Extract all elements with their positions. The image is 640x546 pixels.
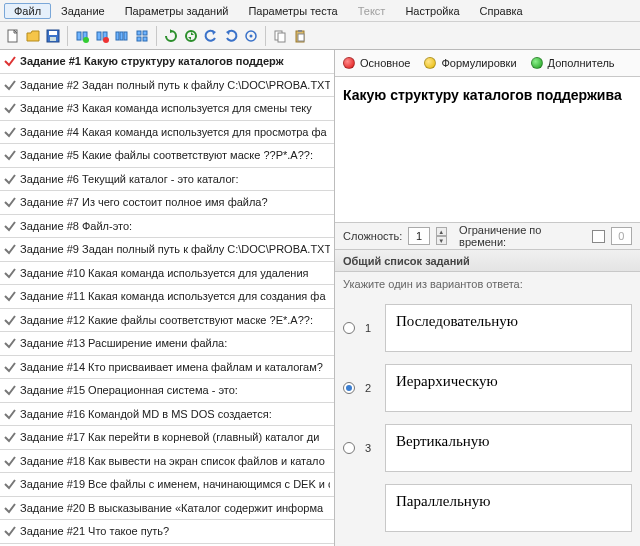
svg-rect-2 [49,31,57,35]
difficulty-value[interactable]: 1 [408,227,429,245]
svg-rect-14 [143,31,147,35]
task-row[interactable]: Задание #3 Какая команда используется дл… [0,97,334,121]
task-label: Задание #17 Как перейти в корневой (глав… [18,431,330,443]
svg-rect-11 [120,32,123,40]
tab-yellow[interactable]: Формулировки [424,57,516,69]
task-row[interactable]: Задание #14 Кто присваивает имена файлам… [0,356,334,380]
tab-green[interactable]: Дополнитель [531,57,615,69]
section-title: Общий список заданий [335,250,640,272]
menu-item-0[interactable]: Файл [4,3,51,19]
delete-task-icon[interactable] [93,27,111,45]
svg-point-19 [250,34,253,37]
menu-bar: ФайлЗаданиеПараметры заданийПараметры те… [0,0,640,22]
answer-text[interactable]: Параллельную [385,484,632,532]
menu-item-3[interactable]: Параметры теста [238,3,347,19]
menu-item-1[interactable]: Задание [51,3,115,19]
task-row[interactable]: Задание #13 Расширение имени файла: [0,332,334,356]
task-row[interactable]: Задание #15 Операционная система - это: [0,379,334,403]
check-icon [2,477,18,491]
nav-icon[interactable] [242,27,260,45]
task-row[interactable]: Задание #6 Текущий каталог - это каталог… [0,168,334,192]
answer-radio[interactable] [343,322,355,334]
task-label: Задание #16 Командой MD в MS DOS создает… [18,408,330,420]
tab-bar: ОсновноеФормулировкиДополнитель [335,50,640,77]
task-row[interactable]: Задание #4 Какая команда используется дл… [0,121,334,145]
task-label: Задание #9 Задан полный путь к файлу C:\… [18,243,330,255]
open-icon[interactable] [24,27,42,45]
task-label: Задание #5 Какие файлы соответствуют мас… [18,149,330,161]
toolbar-separator [265,26,266,46]
task-row[interactable]: Задание #8 Файл-это: [0,215,334,239]
task-row[interactable]: Задание #11 Какая команда используется д… [0,285,334,309]
answer-text[interactable]: Иерархическую [385,364,632,412]
svg-rect-3 [50,37,56,41]
answers-area: Укажите один из вариантов ответа: 1После… [335,272,640,546]
task-row[interactable]: Задание #2 Задан полный путь к файлу C:\… [0,74,334,98]
task-label: Задание #12 Какие файлы соответствуют ма… [18,314,330,326]
duplicate-task-icon[interactable] [113,27,131,45]
answer-text[interactable]: Вертикальную [385,424,632,472]
spinner-down-icon[interactable]: ▼ [436,236,448,245]
answer-radio[interactable] [343,442,355,454]
difficulty-spinner[interactable]: ▲ ▼ [436,227,448,245]
add-task-icon[interactable] [73,27,91,45]
task-row[interactable]: Задание #21 Что такое путь? [0,520,334,544]
task-row[interactable]: Задание #1 Какую структуру каталогов под… [0,50,334,74]
task-label: Задание #1 Какую структуру каталогов под… [18,55,330,67]
time-limit-checkbox[interactable] [592,230,605,243]
task-row[interactable]: Задание #10 Какая команда используется д… [0,262,334,286]
answers-hint: Укажите один из вариантов ответа: [343,278,632,290]
check-icon [2,195,18,209]
check-icon [2,54,18,68]
svg-point-6 [83,37,89,43]
task-row[interactable]: Задание #17 Как перейти в корневой (глав… [0,426,334,450]
check-icon [2,125,18,139]
redo-icon[interactable] [222,27,240,45]
check-icon [2,313,18,327]
sync-icon[interactable] [182,27,200,45]
answer-radio[interactable] [343,382,355,394]
svg-rect-12 [124,32,127,40]
spinner-up-icon[interactable]: ▲ [436,227,448,236]
refresh-icon[interactable] [162,27,180,45]
answer-row: 1Последовательную [343,298,632,358]
task-row[interactable]: Задание #20 В высказывание «Каталог соде… [0,497,334,521]
check-icon [2,360,18,374]
task-row[interactable]: Задание #7 Из чего состоит полное имя фа… [0,191,334,215]
task-row[interactable]: Задание #5 Какие файлы соответствуют мас… [0,144,334,168]
task-label: Задание #14 Кто присваивает имена файлам… [18,361,330,373]
answer-row: 3Вертикальную [343,418,632,478]
task-label: Задание #4 Какая команда используется дл… [18,126,330,138]
task-row[interactable]: Задание #19 Все файлы с именем, начинающ… [0,473,334,497]
menu-item-5[interactable]: Настройка [395,3,469,19]
task-row[interactable]: Задание #18 Как вывести на экран список … [0,450,334,474]
toolbar-separator [156,26,157,46]
answer-row: Параллельную [343,478,632,538]
toolbar-separator [67,26,68,46]
task-row[interactable]: Задание #16 Командой MD в MS DOS создает… [0,403,334,427]
menu-item-6[interactable]: Справка [470,3,533,19]
svg-rect-10 [116,32,119,40]
undo-icon[interactable] [202,27,220,45]
tab-label: Основное [360,57,410,69]
task-row[interactable]: Задание #12 Какие файлы соответствуют ма… [0,309,334,333]
task-row[interactable]: Задание #9 Задан полный путь к файлу C:\… [0,238,334,262]
copy-icon[interactable] [271,27,289,45]
time-limit-value[interactable]: 0 [611,227,632,245]
paste-icon[interactable] [291,27,309,45]
task-label: Задание #13 Расширение имени файла: [18,337,330,349]
tab-label: Формулировки [441,57,516,69]
task-group-icon[interactable] [133,27,151,45]
svg-point-9 [103,37,109,43]
save-icon[interactable] [44,27,62,45]
new-icon[interactable] [4,27,22,45]
menu-item-2[interactable]: Параметры заданий [115,3,239,19]
tab-red[interactable]: Основное [343,57,410,69]
check-icon [2,524,18,538]
time-limit-label: Ограничение по времени: [459,224,586,248]
dot-icon [343,57,355,69]
check-icon [2,289,18,303]
toolbar [0,22,640,50]
answer-text[interactable]: Последовательную [385,304,632,352]
check-icon [2,383,18,397]
